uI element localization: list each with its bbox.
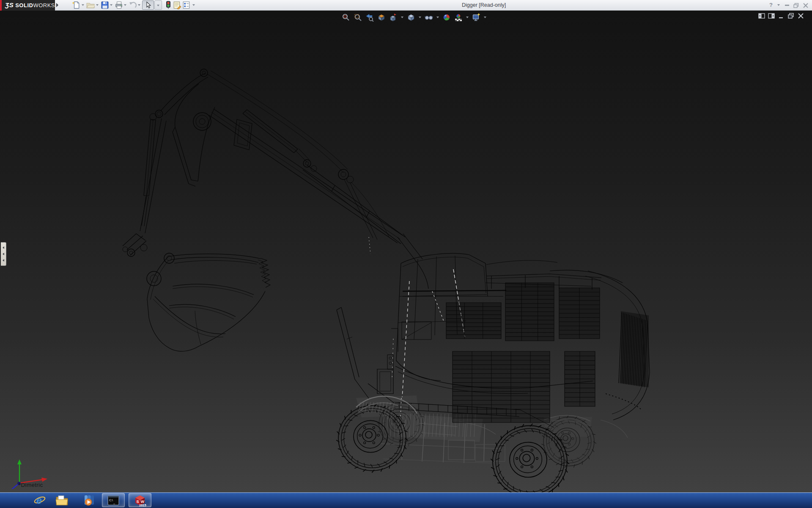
- file-properties-icon[interactable]: [173, 1, 181, 9]
- app-restore-button[interactable]: [793, 0, 799, 11]
- split-pane-right-icon[interactable]: [768, 13, 775, 19]
- collapse-arrow-icon: [3, 259, 4, 262]
- app-close-button[interactable]: [803, 0, 808, 11]
- doc-minimize-icon[interactable]: [778, 13, 785, 19]
- digger-wireframe: [0, 11, 812, 492]
- options-dropdown-icon[interactable]: [192, 4, 195, 6]
- screen: ƷSSOLIDWORKS: [0, 0, 812, 508]
- heads-up-view-toolbar: [340, 12, 488, 23]
- taskbar-command-prompt[interactable]: C:\ _: [102, 493, 125, 507]
- logo-text-works: WORKS: [33, 2, 55, 8]
- taskbar-solidworks[interactable]: S W 2015: [129, 493, 151, 507]
- internet-explorer-icon: e: [33, 494, 46, 507]
- solidworks-logo-mark: ƷS: [5, 1, 14, 8]
- section-view-icon[interactable]: [377, 13, 386, 22]
- taskbar-media-player[interactable]: [80, 493, 97, 507]
- collapse-arrow-icon: [3, 253, 4, 255]
- rebuild-icon[interactable]: [164, 1, 173, 9]
- new-document-icon[interactable]: [72, 1, 80, 9]
- folder-icon: [55, 494, 69, 506]
- app-minimize-button[interactable]: [785, 0, 789, 11]
- select-dropdown-icon: [157, 5, 159, 6]
- solidworks-2015-icon: S W 2015: [134, 494, 146, 507]
- view-orientation-label: *Dimetric: [19, 482, 43, 488]
- document-window-controls: [756, 13, 804, 19]
- command-prompt-icon: C:\ _: [107, 495, 119, 505]
- svg-text:C:\: C:\: [109, 499, 113, 502]
- logo-red-stripe: [0, 0, 2, 11]
- model-viewport[interactable]: *Dimetric: [0, 11, 812, 492]
- collapse-arrow-icon: [3, 246, 4, 249]
- hide-show-items-icon[interactable]: [424, 13, 433, 22]
- zoom-to-fit-icon[interactable]: [341, 13, 351, 22]
- print-icon[interactable]: [115, 1, 123, 9]
- select-tool-button[interactable]: [142, 0, 154, 10]
- solidworks-logo: ƷSSOLIDWORKS: [0, 0, 55, 11]
- undo-icon[interactable]: [129, 1, 137, 9]
- media-player-icon: [83, 494, 95, 506]
- new-dropdown-icon[interactable]: [82, 4, 84, 6]
- view-settings-icon[interactable]: [472, 13, 481, 22]
- zoom-to-area-icon[interactable]: [353, 13, 362, 22]
- taskbar-internet-explorer[interactable]: e: [31, 493, 48, 507]
- window-title: Digger [Read-only]: [462, 2, 506, 8]
- apply-scene-icon[interactable]: [454, 13, 463, 22]
- print-dropdown-icon[interactable]: [124, 4, 126, 6]
- taskbar-windows-explorer[interactable]: [53, 493, 70, 507]
- view-settings-dropdown-icon[interactable]: [484, 17, 486, 18]
- title-bar: ƷSSOLIDWORKS: [0, 0, 812, 11]
- view-orientation-icon[interactable]: [389, 13, 398, 22]
- display-style-icon[interactable]: [406, 13, 416, 22]
- taskbar: e C:\ _: [0, 492, 812, 508]
- help-button[interactable]: ?: [769, 2, 773, 8]
- doc-close-icon[interactable]: [797, 13, 804, 19]
- display-style-dropdown-icon[interactable]: [419, 17, 421, 18]
- svg-text:S: S: [137, 500, 139, 504]
- select-dropdown-button[interactable]: [154, 0, 162, 10]
- undo-dropdown-icon[interactable]: [138, 4, 140, 6]
- save-dropdown-icon[interactable]: [110, 4, 112, 6]
- help-dropdown-icon[interactable]: [777, 4, 780, 6]
- svg-text:2015: 2015: [139, 503, 146, 507]
- edit-appearance-icon[interactable]: [442, 13, 451, 22]
- feature-tree-collapsed-tab[interactable]: [1, 242, 6, 266]
- svg-text:e: e: [36, 495, 42, 506]
- previous-view-icon[interactable]: [365, 13, 374, 22]
- split-pane-left-icon[interactable]: [758, 13, 765, 19]
- options-icon[interactable]: [182, 1, 191, 9]
- doc-restore-icon[interactable]: [787, 13, 795, 19]
- apply-scene-dropdown-icon[interactable]: [466, 17, 469, 18]
- menu-expand-arrow-icon[interactable]: [56, 3, 58, 7]
- open-document-icon[interactable]: [86, 1, 95, 9]
- open-dropdown-icon[interactable]: [96, 4, 99, 6]
- hide-show-items-dropdown-icon[interactable]: [436, 17, 439, 18]
- save-icon[interactable]: [101, 1, 109, 9]
- view-orientation-dropdown-icon[interactable]: [401, 17, 403, 18]
- select-cursor-icon: [144, 1, 152, 9]
- svg-text:_: _: [113, 501, 115, 504]
- logo-text-solid: SOLID: [15, 2, 33, 8]
